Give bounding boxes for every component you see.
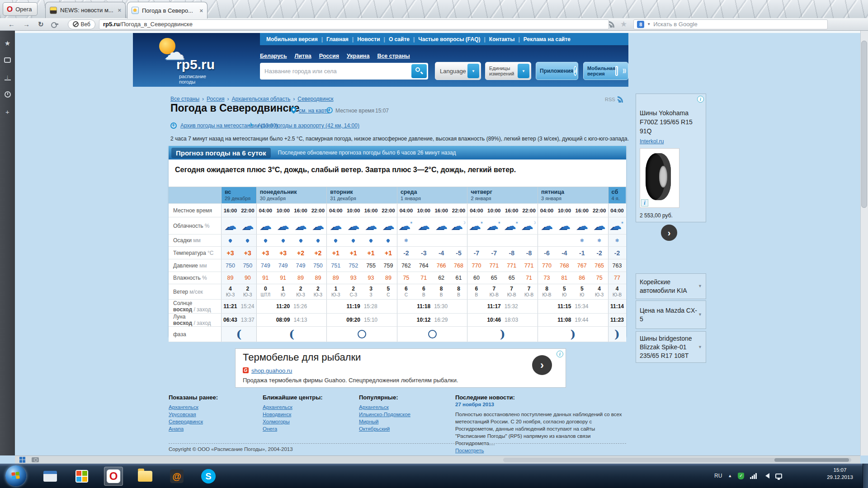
search-engine-caret-icon[interactable]: ▼ <box>647 22 651 26</box>
display-icon[interactable] <box>775 474 782 479</box>
footer-city-link[interactable]: Ильинско-Подомское <box>359 411 455 418</box>
back-button[interactable]: ← <box>8 20 15 28</box>
browser-tab[interactable]: NEWS: новости м...× <box>45 2 126 18</box>
map-link[interactable]: см. на карте <box>299 108 330 114</box>
rss-feed-icon[interactable] <box>609 21 616 28</box>
city-search-input[interactable] <box>260 68 411 75</box>
volume-icon[interactable] <box>763 473 769 479</box>
browser-tab[interactable]: Погода в Северо...× <box>127 2 208 19</box>
rain-drop-icon <box>263 238 268 243</box>
history-clock-icon[interactable] <box>5 91 11 98</box>
key-icon[interactable] <box>51 22 58 26</box>
city-search-button[interactable] <box>411 64 427 78</box>
footer-city-link[interactable]: Урусовская <box>169 411 263 418</box>
taskbar-program-window-icon[interactable] <box>41 467 60 486</box>
ad-banner-link[interactable]: shop.guahoo.ru <box>251 367 292 374</box>
star-icon: ✶ <box>498 221 501 225</box>
forward-button[interactable]: → <box>23 20 30 28</box>
ad-info-icon[interactable]: i <box>557 351 563 357</box>
footer-city-link[interactable]: Онега <box>263 425 359 432</box>
breadcrumb-link[interactable]: Все страны <box>170 96 199 102</box>
hidden-icons-chevron[interactable]: ▲ <box>728 474 732 478</box>
breadcrumb-link[interactable]: Россия <box>207 96 224 102</box>
web-search-box[interactable]: 8 ▼ Искать в Google <box>633 19 828 29</box>
footer-city-link[interactable]: Архангельск <box>263 404 359 411</box>
sidebar-ad-item[interactable]: Цена на Mazda CX-5▼ <box>636 300 706 329</box>
zoom-slider-track[interactable] <box>503 458 851 462</box>
menu-item[interactable]: Частые вопросы (FAQ) <box>418 36 480 42</box>
airport-archive-link[interactable]: Архив погоды в аэропорту (42 км, 14:00) <box>258 122 359 129</box>
downloads-icon[interactable]: ↓ <box>5 74 11 80</box>
speed-dial-icon[interactable] <box>19 457 25 463</box>
bookmarks-star-icon[interactable]: ★ <box>5 40 10 47</box>
menu-item[interactable]: Новости <box>357 36 380 42</box>
wind-speed: 2 <box>316 286 320 292</box>
menu-item[interactable]: Мобильная версия <box>266 36 318 42</box>
country-link[interactable]: Россия <box>319 53 339 59</box>
vertical-scrollbar-thumb[interactable] <box>861 41 867 208</box>
breadcrumb-link[interactable]: Архангельская область <box>231 96 290 102</box>
opera-menu-button[interactable]: O Opera <box>3 2 38 16</box>
add-panel-icon[interactable]: + <box>5 108 9 115</box>
footer-city-link[interactable]: Холмогоры <box>263 418 359 425</box>
snapshot-icon[interactable] <box>32 457 39 462</box>
start-button[interactable] <box>5 465 26 486</box>
forecast-cell: 22:00 <box>239 204 257 217</box>
ad-info-icon[interactable]: i <box>697 96 704 103</box>
sidebar-ad-item[interactable]: Корейские автомобили KIA▼ <box>636 273 706 299</box>
site-logo[interactable]: rp5.ru <box>176 57 215 72</box>
temperature-value: -1 <box>579 249 585 257</box>
wind-speed: 1 <box>334 286 337 292</box>
temperature-value: +2 <box>297 249 304 257</box>
sidebar-ad-item[interactable]: Шины bridgestone Blizzak Spike-01 235/65… <box>636 331 706 363</box>
country-link[interactable]: Украина <box>347 53 369 59</box>
sidebar-ad-item-text: Цена на Mazda CX-5 <box>640 306 698 324</box>
sidebar-ad-arrow-button[interactable]: › <box>661 225 677 241</box>
country-link[interactable]: Литва <box>295 53 311 59</box>
web-badge-button[interactable]: Веб <box>68 19 95 29</box>
country-link[interactable]: Беларусь <box>260 53 287 59</box>
menu-item[interactable]: Главная <box>326 36 349 42</box>
taskbar-colors-app-icon[interactable] <box>72 467 91 486</box>
menu-item[interactable]: О сайте <box>389 36 410 42</box>
news-date-link[interactable]: 27 ноября 2013 <box>455 401 626 408</box>
country-link[interactable]: Все страны <box>377 53 410 59</box>
footer-city-link[interactable]: Архангельск <box>169 404 263 411</box>
tab-close-icon[interactable]: × <box>199 7 203 14</box>
ad-banner[interactable]: Термобелье для рыбалки G shop.guahoo.ru … <box>235 348 566 388</box>
bookmark-star-icon[interactable]: ★ <box>620 19 627 29</box>
network-signal-icon[interactable] <box>750 473 757 479</box>
footer-city-link[interactable]: Архангельск <box>359 404 455 411</box>
forecast-cell: -7 <box>485 247 503 259</box>
taskbar-mail-icon[interactable]: @ <box>167 467 186 486</box>
mobile-version-button[interactable]: Мобильнаяверсия <box>583 62 628 80</box>
footer-city-link[interactable]: Октябрьский <box>359 425 455 432</box>
show-desktop-button[interactable] <box>863 464 868 488</box>
units-dropdown[interactable]: Единицыизмерений ▼ <box>485 62 531 80</box>
taskbar-folder-icon[interactable] <box>136 467 155 486</box>
taskbar-clock[interactable]: 15:07 29.12.2013 <box>819 466 861 481</box>
zoom-slider-thumb[interactable] <box>774 458 849 462</box>
language-dropdown[interactable]: Language ▼ <box>435 62 481 80</box>
page-rss[interactable]: RSS <box>605 96 624 103</box>
taskbar-skype-icon[interactable]: S <box>199 467 218 486</box>
notes-panel-icon[interactable] <box>4 57 11 63</box>
ad-banner-arrow-button[interactable]: › <box>532 355 552 375</box>
taskbar-opera-icon[interactable]: O <box>104 467 123 486</box>
url-field[interactable]: rp5.ru /Погода_в_Северодвинске <box>99 19 609 29</box>
language-indicator[interactable]: RU <box>714 473 722 479</box>
tab-close-icon[interactable]: × <box>118 7 121 14</box>
footer-city-link[interactable]: Мирный <box>359 418 455 425</box>
breadcrumb-link[interactable]: Северодвинск <box>297 96 333 102</box>
footer-city-link[interactable]: Анапа <box>169 425 263 432</box>
sidebar-ad-link[interactable]: Interkol.ru <box>640 138 664 145</box>
news-more-link[interactable]: Посмотреть <box>455 447 626 454</box>
footer-city-link[interactable]: Северодвинск <box>169 418 263 425</box>
sidebar-ad-tires[interactable]: i Шины Yokohama F700Z 195/65 R15 91Q Int… <box>636 94 706 222</box>
apps-button[interactable]: Приложения i <box>536 62 578 80</box>
menu-item[interactable]: Контакты <box>489 36 515 42</box>
menu-item[interactable]: Реклама на сайте <box>524 36 571 42</box>
footer-city-link[interactable]: Новодвинск <box>263 411 359 418</box>
reload-button[interactable]: ↻ <box>38 20 44 28</box>
security-shield-icon[interactable]: ✓ <box>738 473 744 479</box>
